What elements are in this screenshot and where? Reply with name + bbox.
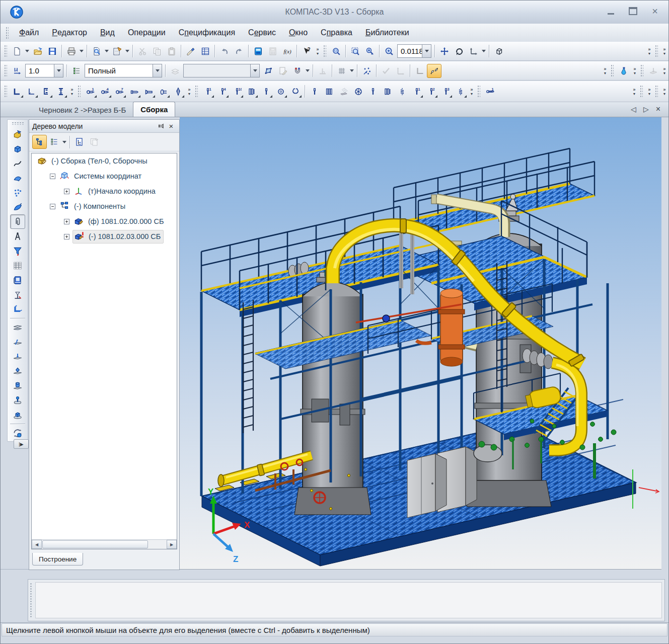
menu-окно[interactable]: Окно (282, 24, 314, 42)
block-on-plane-button[interactable] (10, 408, 25, 422)
left-toolbar-expand-button[interactable]: |▶ (14, 439, 29, 449)
point-snaps-button[interactable] (359, 64, 374, 78)
local-cs-button[interactable] (393, 64, 408, 78)
menu-справка[interactable]: Справка (314, 24, 359, 42)
refresh-view-button[interactable] (466, 44, 481, 58)
zoom-by-rectangle-button[interactable] (329, 44, 343, 58)
stud-1-button[interactable]: 1 (409, 85, 424, 99)
corner-type-2-button[interactable] (24, 85, 39, 99)
stud-s-button[interactable] (453, 85, 468, 99)
tree-expander-plus-icon[interactable] (64, 234, 69, 239)
preview-dropdown-icon[interactable] (104, 44, 110, 58)
model-orientation-button[interactable] (10, 426, 25, 440)
edit-sketch-button[interactable] (275, 64, 290, 78)
tree-item[interactable]: (ф) 1081.02.00.000 СБ (32, 214, 177, 229)
overflow-paint-button[interactable]: »▼ (631, 63, 639, 78)
pin-gost-1-button[interactable]: 1 (200, 85, 215, 99)
freeform-surface-button[interactable] (10, 200, 25, 214)
attachments-button[interactable] (10, 214, 25, 229)
handwheel-button[interactable] (351, 85, 365, 99)
tree-horizontal-scrollbar[interactable]: ◀ ▶ (32, 539, 177, 549)
display-mode-combo[interactable]: Полный (85, 64, 162, 77)
additional-window-button[interactable] (87, 135, 101, 149)
toolbar-grip[interactable] (655, 45, 658, 58)
stud-3-button[interactable]: 3 (438, 85, 453, 99)
measure-3d-button[interactable] (10, 229, 25, 244)
perpendicular-button[interactable] (315, 64, 330, 78)
variables-button[interactable]: f(x) (280, 44, 294, 58)
print-dropdown-icon[interactable] (79, 44, 85, 58)
context-help-button[interactable]: ? (299, 44, 314, 58)
snap-dropdown-icon[interactable] (305, 64, 311, 78)
toolbar-grip[interactable] (640, 64, 643, 77)
toolbar-grip[interactable] (477, 85, 480, 98)
selection-filter-button[interactable] (10, 244, 25, 258)
toolbar-grip[interactable] (655, 85, 658, 98)
step-combo[interactable]: 1.0 (25, 64, 63, 77)
check-collisions-button[interactable] (10, 287, 25, 302)
overflow-section-button[interactable]: »▼ (660, 63, 668, 78)
page-setup-dropdown-icon[interactable] (124, 44, 130, 58)
menu-библиотеки[interactable]: Библиотеки (359, 24, 416, 42)
fastener-set-1-button[interactable]: 1 (483, 85, 497, 99)
left-toolbar-grip[interactable] (12, 122, 24, 125)
page-setup-button[interactable] (110, 44, 124, 58)
document-tab-inactive[interactable]: Черновик 2 ->Разрез Б-Б (32, 103, 133, 117)
print-button[interactable] (64, 44, 79, 58)
bolt-gost-4-button[interactable]: 4 (98, 85, 112, 99)
spring-pin-button[interactable] (395, 85, 409, 99)
layers-combo[interactable] (183, 64, 260, 77)
pin-set-button[interactable] (244, 85, 259, 99)
hatch-tool-button[interactable] (336, 85, 351, 99)
tree-expander-minus-icon[interactable] (50, 204, 55, 209)
plane-through-edge-button[interactable] (10, 335, 25, 349)
report-button[interactable] (10, 273, 25, 287)
variables-window-button[interactable] (251, 44, 265, 58)
point-array-button[interactable] (10, 185, 25, 200)
snap-magnet-button[interactable] (290, 64, 305, 78)
toolbar-grip[interactable] (78, 85, 81, 98)
overflow-pins-button[interactable]: »▼ (468, 84, 476, 99)
construction-axis-button[interactable] (10, 393, 25, 408)
toolbar-grip[interactable] (611, 64, 614, 77)
minimize-button[interactable] (604, 6, 617, 17)
overflow-standard-button[interactable]: »▼ (314, 44, 322, 59)
spatial-curve-button[interactable] (10, 156, 25, 171)
menu-редактор[interactable]: Редактор (45, 24, 94, 42)
bolt-gost-7-button[interactable]: 7 (112, 85, 127, 99)
menu-файл[interactable]: Файл (13, 24, 45, 42)
tab-scroll-right-button[interactable]: ▷ (643, 105, 649, 113)
scroll-thumb[interactable] (42, 540, 148, 548)
toolbar-grip[interactable] (4, 64, 7, 77)
overflow-bolts-button[interactable]: »▼ (185, 84, 193, 99)
overflow-current-state-button[interactable]: »▼ (601, 63, 609, 78)
zoom-selected-button[interactable] (348, 44, 362, 58)
menu-сервис[interactable]: Сервис (242, 24, 282, 42)
menu-спецификация[interactable]: Спецификация (172, 24, 242, 42)
stud-c-button[interactable] (380, 85, 395, 99)
toolbar-grip[interactable] (4, 85, 7, 98)
shape-bracket-2-button[interactable] (53, 85, 68, 99)
pin-gost-4-button[interactable]: 4 (215, 85, 230, 99)
maximize-button[interactable] (626, 6, 639, 17)
toolbar-grip[interactable] (323, 45, 326, 58)
layers-button[interactable] (168, 64, 182, 78)
shape-bracket-1-button[interactable] (39, 85, 53, 99)
toolbar-grip[interactable] (640, 85, 643, 98)
document-structure-button[interactable] (72, 135, 87, 149)
tree-item[interactable]: (-) 1081.02.03.000 СБ (32, 229, 177, 244)
viewport-3d[interactable]: Y X Z (180, 117, 661, 570)
tree-expander-plus-icon[interactable] (64, 219, 69, 224)
tree-item[interactable]: Системы координат (32, 169, 177, 184)
document-tab-active[interactable]: Сборка (133, 102, 175, 117)
pin-icon[interactable] (156, 122, 166, 131)
bolt-plain-button[interactable] (127, 85, 141, 99)
overflow-lib-1-button[interactable]: »▼ (630, 84, 638, 99)
tab-scroll-left-button[interactable]: ◁ (631, 105, 636, 113)
display-options-button[interactable] (69, 64, 84, 78)
ring-fastener-button[interactable] (273, 85, 288, 99)
copy-properties-button[interactable] (183, 44, 198, 58)
zoom-current-button[interactable] (382, 44, 396, 58)
stud-group-button[interactable] (322, 85, 336, 99)
hook-fastener-button[interactable] (288, 85, 303, 99)
